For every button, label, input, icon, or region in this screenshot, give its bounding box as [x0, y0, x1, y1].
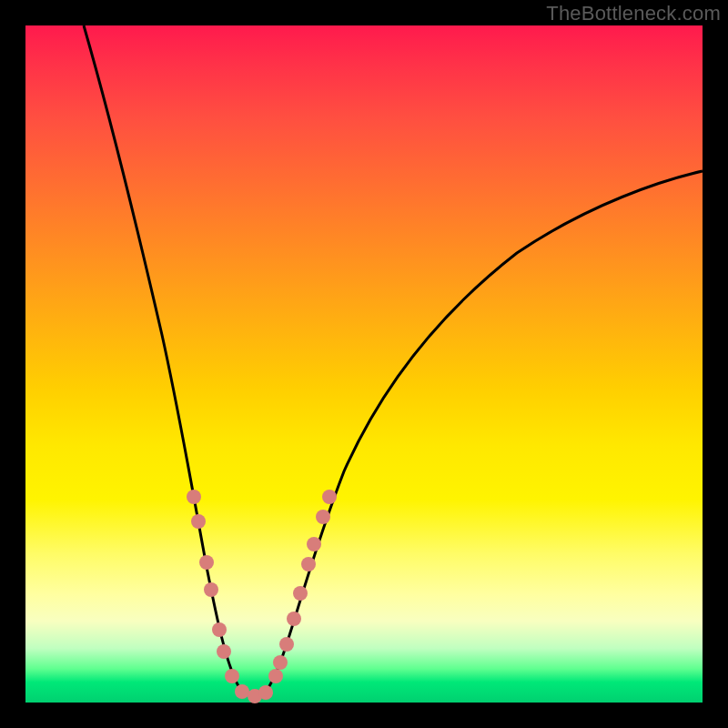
marker-dot	[279, 637, 294, 652]
marker-dot	[293, 586, 308, 601]
marker-dot	[191, 514, 206, 529]
marker-dot	[199, 555, 214, 570]
right-curve	[262, 171, 703, 695]
marker-dot	[301, 557, 316, 571]
marker-dot	[187, 490, 201, 504]
marker-dot	[235, 684, 249, 699]
plot-area	[25, 25, 703, 703]
marker-dot	[316, 510, 330, 524]
marker-dot	[212, 622, 227, 637]
left-curve	[84, 25, 251, 695]
curve-layer	[25, 25, 703, 703]
watermark-text: TheBottleneck.com	[546, 2, 721, 25]
marker-dot	[217, 644, 231, 659]
marker-dot	[287, 612, 301, 626]
marker-dot	[268, 669, 283, 683]
marker-dot	[307, 537, 321, 551]
marker-dot	[258, 685, 273, 700]
marker-dot	[225, 669, 239, 683]
marker-dot	[273, 655, 288, 670]
frame: TheBottleneck.com	[0, 0, 728, 728]
marker-group	[187, 490, 337, 703]
marker-dot	[322, 490, 337, 504]
marker-dot	[204, 582, 218, 597]
